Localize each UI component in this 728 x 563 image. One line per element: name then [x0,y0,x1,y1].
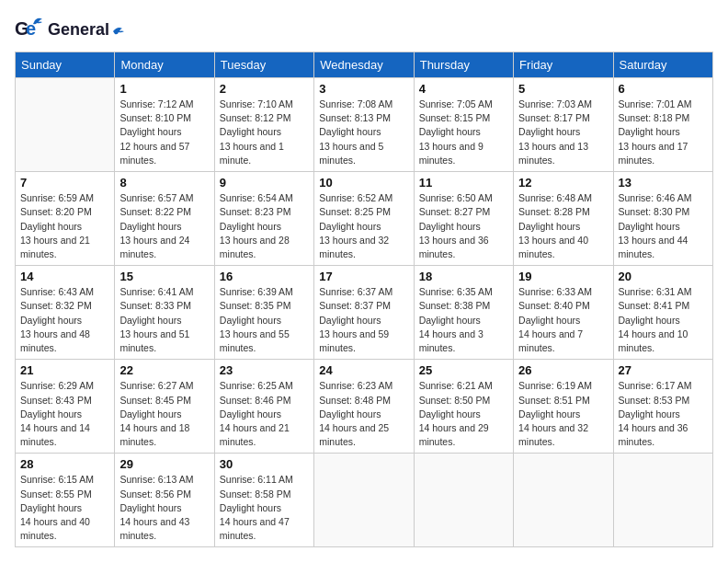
daylight-label: Daylight hours [119,221,181,232]
calendar-cell: 15Sunrise: 6:41 AMSunset: 8:33 PMDayligh… [115,266,214,360]
daylight-value: 13 hours and 1 minute. [220,141,284,166]
daylight-value: 13 hours and 24 minutes. [119,235,189,259]
calendar-table: SundayMondayTuesdayWednesdayThursdayFrid… [15,52,713,547]
calendar-cell: 27Sunrise: 6:17 AMSunset: 8:53 PMDayligh… [613,360,712,454]
day-number: 12 [518,176,608,190]
daylight-label: Daylight hours [518,126,580,137]
day-info: Sunrise: 6:41 AMSunset: 8:33 PMDaylight … [119,285,209,355]
daylight-value: 13 hours and 36 minutes. [419,235,489,259]
daylight-value: 14 hours and 40 minutes. [20,516,90,541]
calendar-week-2: 7Sunrise: 6:59 AMSunset: 8:20 PMDaylight… [16,172,713,266]
day-info: Sunrise: 6:39 AMSunset: 8:35 PMDaylight … [220,285,309,355]
calendar-cell: 28Sunrise: 6:15 AMSunset: 8:55 PMDayligh… [16,454,115,547]
sunset-label: Sunset: 8:38 PM [419,300,491,311]
day-number: 15 [119,270,209,283]
calendar-cell: 20Sunrise: 6:31 AMSunset: 8:41 PMDayligh… [613,266,712,360]
daylight-label: Daylight hours [419,126,481,137]
calendar-cell: 21Sunrise: 6:29 AMSunset: 8:43 PMDayligh… [16,360,115,454]
daylight-value: 13 hours and 28 minutes. [220,235,290,259]
daylight-label: Daylight hours [119,315,181,326]
col-header-friday: Friday [514,52,613,78]
daylight-value: 14 hours and 7 minutes. [518,328,583,353]
day-info: Sunrise: 6:25 AMSunset: 8:46 PMDaylight … [220,379,309,449]
calendar-cell: 5Sunrise: 7:03 AMSunset: 8:17 PMDaylight… [514,78,613,172]
sunset-label: Sunset: 8:15 PM [419,112,491,123]
daylight-value: 13 hours and 59 minutes. [319,328,389,353]
daylight-value: 14 hours and 47 minutes. [220,516,290,541]
day-number: 16 [220,270,309,283]
day-info: Sunrise: 7:01 AMSunset: 8:18 PMDaylight … [619,98,708,167]
sunrise-label: Sunrise: 6:13 AM [119,474,193,485]
calendar-cell: 2Sunrise: 7:10 AMSunset: 8:12 PMDaylight… [214,78,313,172]
sunrise-label: Sunrise: 6:23 AM [319,380,392,391]
sunrise-label: Sunrise: 6:25 AM [220,380,293,391]
calendar-week-1: 1Sunrise: 7:12 AMSunset: 8:10 PMDaylight… [16,78,713,172]
col-header-monday: Monday [115,52,214,78]
sunrise-label: Sunrise: 6:50 AM [419,192,493,203]
daylight-label: Daylight hours [220,408,281,419]
daylight-label: Daylight hours [20,502,82,513]
sunrise-label: Sunrise: 6:19 AM [518,380,592,391]
calendar-cell: 12Sunrise: 6:48 AMSunset: 8:28 PMDayligh… [514,172,613,266]
calendar-cell [514,454,613,547]
calendar-cell: 19Sunrise: 6:33 AMSunset: 8:40 PMDayligh… [514,266,613,360]
sunset-label: Sunset: 8:37 PM [319,300,391,311]
sunrise-label: Sunrise: 6:37 AM [319,286,392,297]
sunrise-label: Sunrise: 6:41 AM [119,286,193,297]
daylight-value: 13 hours and 32 minutes. [319,235,389,259]
day-info: Sunrise: 7:10 AMSunset: 8:12 PMDaylight … [220,98,309,167]
daylight-value: 14 hours and 32 minutes. [518,422,588,447]
day-number: 23 [220,363,309,377]
daylight-value: 14 hours and 25 minutes. [319,422,389,447]
day-info: Sunrise: 7:05 AMSunset: 8:15 PMDaylight … [419,98,508,167]
sunrise-label: Sunrise: 6:11 AM [220,474,293,485]
day-number: 21 [20,363,109,377]
daylight-label: Daylight hours [319,126,381,137]
sunset-label: Sunset: 8:50 PM [419,395,491,406]
day-number: 3 [319,82,408,96]
calendar-cell: 10Sunrise: 6:52 AMSunset: 8:25 PMDayligh… [314,172,414,266]
sunset-label: Sunset: 8:32 PM [20,300,92,311]
sunset-label: Sunset: 8:30 PM [619,206,690,217]
day-number: 1 [119,82,209,96]
daylight-label: Daylight hours [119,126,181,137]
sunset-label: Sunset: 8:10 PM [119,112,191,123]
day-number: 7 [20,176,109,190]
day-info: Sunrise: 6:37 AMSunset: 8:37 PMDaylight … [319,285,408,355]
sunset-label: Sunset: 8:51 PM [518,395,590,406]
calendar-cell: 7Sunrise: 6:59 AMSunset: 8:20 PMDaylight… [16,172,115,266]
day-info: Sunrise: 7:08 AMSunset: 8:13 PMDaylight … [319,98,408,167]
day-number: 2 [220,82,309,96]
day-info: Sunrise: 6:43 AMSunset: 8:32 PMDaylight … [20,285,109,355]
day-number: 22 [119,363,209,377]
calendar-cell: 22Sunrise: 6:27 AMSunset: 8:45 PMDayligh… [115,360,214,454]
day-info: Sunrise: 6:13 AMSunset: 8:56 PMDaylight … [119,473,209,543]
day-info: Sunrise: 6:23 AMSunset: 8:48 PMDaylight … [319,379,408,449]
daylight-label: Daylight hours [619,221,680,232]
logo-line1: General [48,21,131,38]
daylight-label: Daylight hours [220,315,281,326]
col-header-tuesday: Tuesday [214,52,313,78]
daylight-label: Daylight hours [220,221,281,232]
sunset-label: Sunset: 8:20 PM [20,206,92,217]
calendar-cell: 3Sunrise: 7:08 AMSunset: 8:13 PMDaylight… [314,78,414,172]
calendar-cell: 1Sunrise: 7:12 AMSunset: 8:10 PMDaylight… [115,78,214,172]
col-header-sunday: Sunday [16,52,115,78]
daylight-label: Daylight hours [419,315,481,326]
day-info: Sunrise: 6:35 AMSunset: 8:38 PMDaylight … [419,285,508,355]
sunset-label: Sunset: 8:46 PM [220,395,291,406]
logo: G e General [15,15,131,44]
sunset-label: Sunset: 8:27 PM [419,206,491,217]
calendar-cell: 17Sunrise: 6:37 AMSunset: 8:37 PMDayligh… [314,266,414,360]
sunrise-label: Sunrise: 6:29 AM [20,380,94,391]
calendar-cell: 4Sunrise: 7:05 AMSunset: 8:15 PMDaylight… [414,78,513,172]
calendar-cell [16,78,115,172]
daylight-label: Daylight hours [319,408,381,419]
daylight-label: Daylight hours [419,408,481,419]
sunset-label: Sunset: 8:25 PM [319,206,391,217]
sunrise-label: Sunrise: 6:52 AM [319,192,392,203]
day-number: 5 [518,82,608,96]
day-number: 26 [518,363,608,377]
calendar-cell: 26Sunrise: 6:19 AMSunset: 8:51 PMDayligh… [514,360,613,454]
daylight-label: Daylight hours [20,315,82,326]
